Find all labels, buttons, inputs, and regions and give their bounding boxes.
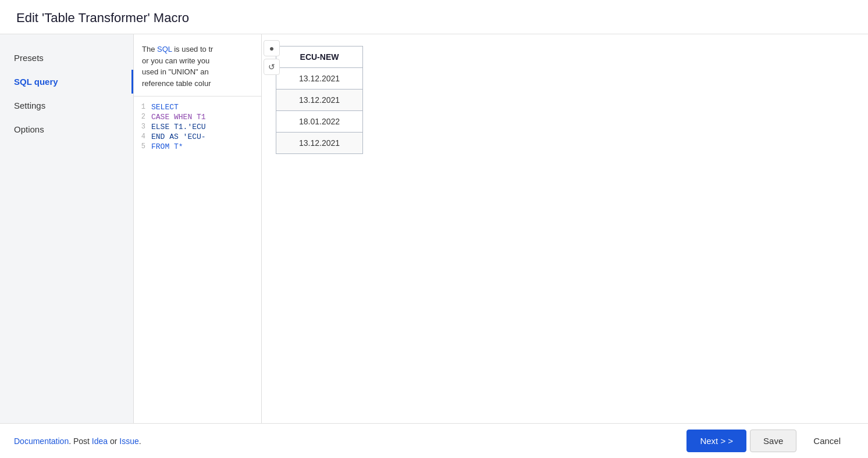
table-cell: 13.12.2021: [276, 90, 363, 111]
preview-toggle-button[interactable]: ●: [264, 40, 280, 56]
preview-table-header: ECU-NEW: [276, 46, 363, 68]
code-line-3: 3 ELSE T1.'ECU: [134, 122, 261, 132]
table-cell: 18.01.2022: [276, 111, 363, 133]
table-cell: 13.12.2021: [276, 133, 363, 154]
preview-table: ECU-NEW 13.12.2021 13.12.2021 18.01.2022…: [276, 46, 363, 154]
issue-link[interactable]: Issue: [119, 436, 138, 446]
sidebar-item-sql-query[interactable]: SQL query: [0, 70, 133, 94]
sql-link[interactable]: SQL: [157, 45, 172, 53]
description-box: The SQL is used to tror you can write yo…: [134, 34, 261, 96]
sidebar-item-settings[interactable]: Settings: [0, 94, 133, 117]
code-line-1: 1 SELECT: [134, 102, 261, 112]
code-line-2: 2 CASE WHEN T1: [134, 112, 261, 122]
code-editor[interactable]: 1 SELECT 2 CASE WHEN T1 3 ELSE T1.'ECU 4…: [134, 96, 261, 423]
editor-panel: The SQL is used to tror you can write yo…: [134, 34, 262, 423]
footer: Documentation. Post Idea or Issue. Next …: [0, 423, 868, 458]
page-title: Edit 'Table Transformer' Macro: [16, 10, 852, 26]
code-line-5: 5 FROM T*: [134, 142, 261, 152]
preview-panel: ECU-NEW 13.12.2021 13.12.2021 18.01.2022…: [262, 34, 868, 423]
documentation-link[interactable]: Documentation: [14, 436, 69, 446]
editor-toolbar: ● ↺: [264, 40, 280, 75]
table-row: 18.01.2022: [276, 111, 363, 133]
table-row: 13.12.2021: [276, 68, 363, 90]
next-button[interactable]: Next > >: [686, 430, 746, 452]
footer-links: Documentation. Post Idea or Issue.: [14, 436, 683, 446]
page-header: Edit 'Table Transformer' Macro: [0, 0, 868, 34]
sidebar-item-presets[interactable]: Presets: [0, 46, 133, 70]
refresh-button[interactable]: ↺: [264, 59, 280, 75]
table-row: 13.12.2021: [276, 133, 363, 154]
save-button[interactable]: Save: [750, 430, 796, 452]
table-cell: 13.12.2021: [276, 68, 363, 90]
sidebar-item-options[interactable]: Options: [0, 117, 133, 141]
main-content: Presets SQL query Settings Options The S…: [0, 34, 868, 423]
table-row: 13.12.2021: [276, 90, 363, 111]
sidebar: Presets SQL query Settings Options: [0, 34, 134, 423]
cancel-button[interactable]: Cancel: [800, 430, 854, 452]
idea-link[interactable]: Idea: [92, 436, 108, 446]
code-line-4: 4 END AS 'ECU-: [134, 132, 261, 142]
